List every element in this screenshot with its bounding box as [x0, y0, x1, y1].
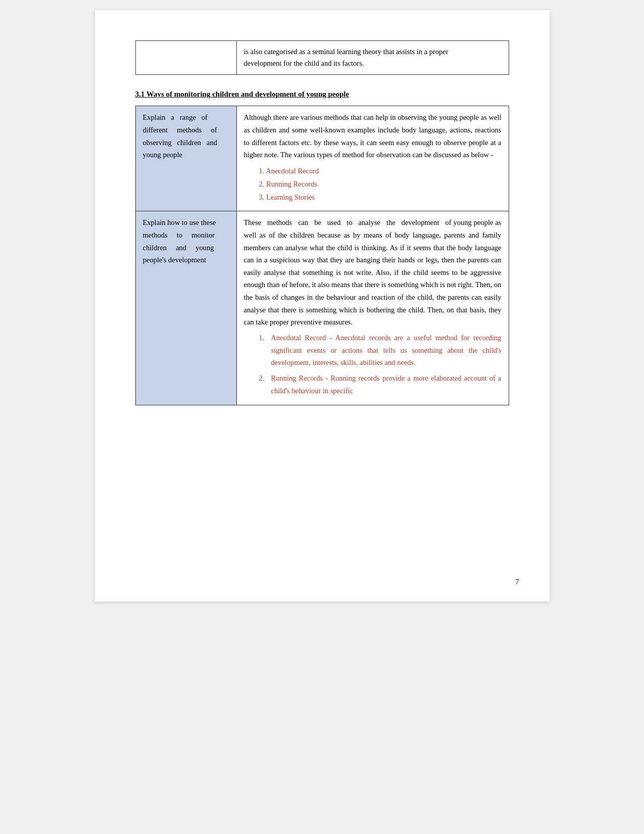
row2-numbered-list: 1. Anecdotal Record - Anecdotal records …	[259, 332, 502, 397]
row1-left-cell: Explain a range of different methods of …	[135, 106, 236, 211]
top-table-right-cell: is also categorised as a seminal learnin…	[236, 41, 509, 75]
list-item-anecdotal: Anecdotal Record	[259, 164, 502, 177]
page-number: 7	[516, 578, 519, 586]
row2-left-text: Explain how to use these methods to moni…	[143, 218, 216, 264]
list-num-2: 2.	[259, 372, 271, 385]
table-row-1: Explain a range of different methods of …	[135, 106, 509, 211]
main-table: Explain a range of different methods of …	[135, 106, 509, 405]
top-table-right-line2: development for the child and its factor…	[244, 59, 364, 67]
list-text-2: Running Records - Running records provid…	[271, 372, 502, 397]
row1-right-cell: Although there are various methods that …	[236, 106, 509, 211]
table-row-2: Explain how to use these methods to moni…	[135, 211, 509, 405]
page: is also categorised as a seminal learnin…	[95, 10, 550, 601]
row2-left-cell: Explain how to use these methods to moni…	[135, 211, 236, 405]
row1-left-text: Explain a range of different methods of …	[143, 113, 217, 159]
row2-right-cell: These methods can be used to analyse the…	[236, 211, 509, 405]
section-title: 3.1 Ways of monitoring children and deve…	[135, 90, 509, 99]
top-table: is also categorised as a seminal learnin…	[135, 40, 509, 75]
row2-list-item-1: 1. Anecdotal Record - Anecdotal records …	[259, 332, 502, 369]
row1-intro-text: Although there are various methods that …	[244, 111, 502, 161]
list-item-learning: Learning Stories	[259, 191, 502, 204]
top-table-right-line1: is also categorised as a seminal learnin…	[244, 48, 449, 56]
top-table-left-cell	[135, 41, 236, 75]
row2-intro-text: These methods can be used to analyse the…	[244, 216, 502, 329]
row1-list: Anecdotal Record Running Records Learnin…	[254, 164, 502, 204]
list-item-running: Running Records	[259, 177, 502, 191]
list-text-1: Anecdotal Record - Anecdotal records are…	[271, 332, 502, 369]
list-num-1: 1.	[259, 332, 271, 344]
row2-list-item-2: 2. Running Records - Running records pro…	[259, 372, 502, 397]
